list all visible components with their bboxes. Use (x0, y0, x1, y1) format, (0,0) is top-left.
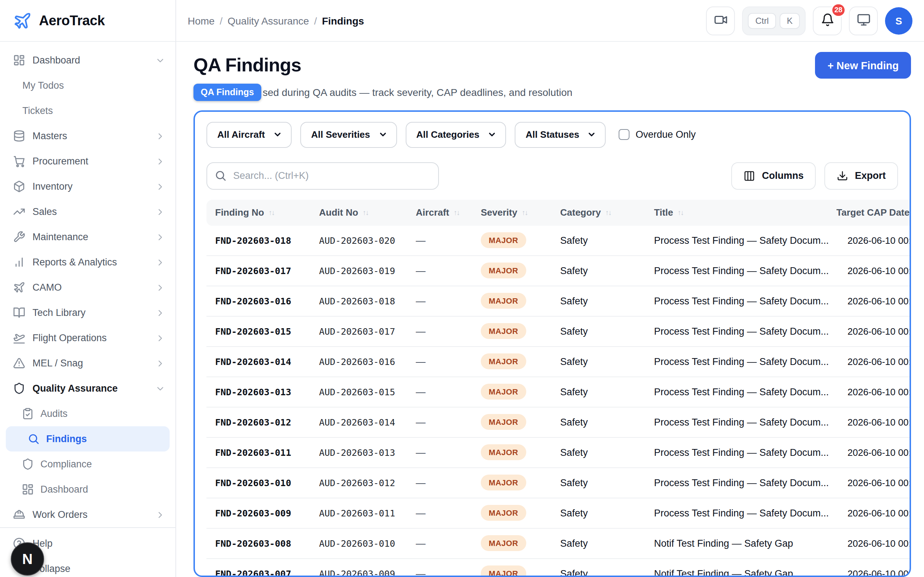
sidebar-item-reports-analytics[interactable]: Reports & Analytics (0, 250, 175, 275)
database-icon (13, 130, 25, 142)
sidebar-item-mel-snag[interactable]: MEL / Snag (0, 351, 175, 376)
cell-title: Process Test Finding — Safety Docum... (645, 295, 839, 306)
cell-title: Process Test Finding — Safety Docum... (645, 508, 839, 518)
column-header-aircraft[interactable]: Aircraft ↑↓ (407, 207, 472, 218)
sidebar-item-compliance[interactable]: Compliance (0, 451, 175, 477)
sidebar-item-quality-assurance[interactable]: Quality Assurance (0, 376, 175, 401)
overdue-checkbox-label: Overdue Only (636, 129, 696, 140)
column-header-severity[interactable]: Severity ↑↓ (472, 207, 551, 218)
sidebar-item-dashboard[interactable]: Dashboard (0, 477, 175, 502)
column-header-title[interactable]: Title ↑↓ (645, 207, 839, 218)
user-avatar[interactable]: S (885, 7, 913, 34)
topbar-actions: Ctrl K 28 S (706, 6, 913, 35)
filter-select-value: All Categories (416, 129, 479, 140)
cell-target-cap-date: 2026-06-10 00:00 (839, 568, 911, 577)
chevron-right-icon (155, 358, 165, 368)
sidebar-item-dashboard[interactable]: Dashboard (0, 48, 175, 73)
cell-aircraft: — (407, 477, 472, 488)
cell-aircraft: — (407, 235, 472, 246)
cell-finding-no: FND-202603-010 (207, 477, 310, 488)
video-button[interactable] (706, 6, 735, 35)
filter-select-all-severities[interactable]: All Severities (300, 121, 397, 148)
sidebar-item-tickets[interactable]: Tickets (0, 98, 175, 123)
column-header-category[interactable]: Category ↑↓ (551, 207, 645, 218)
cell-category: Safety (551, 235, 645, 246)
table-row[interactable]: FND-202603-014 AUD-202603-016 — MAJOR Sa… (207, 347, 911, 377)
table-row[interactable]: FND-202603-009 AUD-202603-011 — MAJOR Sa… (207, 498, 911, 528)
sidebar-item-findings[interactable]: Findings (6, 426, 170, 451)
sidebar-item-tech-library[interactable]: Tech Library (0, 300, 175, 325)
filter-select-value: All Severities (311, 129, 370, 140)
table-row[interactable]: FND-202603-017 AUD-202603-019 — MAJOR Sa… (207, 256, 911, 286)
hard-hat-icon (13, 508, 25, 521)
filter-select-all-categories[interactable]: All Categories (405, 121, 506, 148)
sidebar-item-work-orders[interactable]: Work Orders (0, 502, 175, 527)
column-header-finding-no[interactable]: Finding No ↑↓ (207, 207, 310, 218)
sidebar-item-procurement[interactable]: Procurement (0, 148, 175, 174)
sidebar-item-flight-operations[interactable]: Flight Operations (0, 325, 175, 351)
table-row[interactable]: FND-202603-016 AUD-202603-018 — MAJOR Sa… (207, 286, 911, 316)
cell-audit-no: AUD-202603-016 (310, 356, 407, 367)
overdue-only-checkbox-wrap[interactable]: Overdue Only (619, 129, 696, 140)
table-row[interactable]: FND-202603-015 AUD-202603-017 — MAJOR Sa… (207, 316, 911, 347)
search-input[interactable] (207, 162, 439, 189)
sidebar-item-label: Work Orders (32, 509, 148, 520)
sort-icon: ↑↓ (522, 208, 527, 216)
sidebar-item-label: Inventory (32, 181, 148, 192)
sidebar-item-masters[interactable]: Masters (0, 123, 175, 148)
severity-badge: MAJOR (481, 263, 526, 279)
logo[interactable]: AeroTrack (0, 0, 175, 42)
chevron-right-icon (155, 181, 165, 192)
column-header-audit-no[interactable]: Audit No ↑↓ (310, 207, 407, 218)
cell-title: Process Test Finding — Safety Docum... (645, 386, 839, 397)
overdue-checkbox[interactable] (619, 129, 630, 140)
notification-count-badge: 28 (831, 3, 846, 17)
cell-finding-no: FND-202603-008 (207, 538, 310, 548)
breadcrumb-home[interactable]: Home (188, 15, 215, 26)
cell-severity: MAJOR (472, 353, 551, 369)
chevron-right-icon (155, 282, 165, 292)
cell-aircraft: — (407, 265, 472, 276)
table-row[interactable]: FND-202603-008 AUD-202603-010 — MAJOR Sa… (207, 528, 911, 559)
sidebar-item-inventory[interactable]: Inventory (0, 174, 175, 199)
sidebar-item-my-todos[interactable]: My Todos (0, 73, 175, 98)
chevron-down-icon (155, 55, 165, 65)
cell-finding-no: FND-202603-017 (207, 265, 310, 276)
table-toolbar: Columns Export (207, 162, 909, 189)
cell-finding-no: FND-202603-015 (207, 326, 310, 337)
monitor-icon (856, 13, 870, 29)
command-palette-shortcut[interactable]: Ctrl K (743, 6, 806, 35)
filter-select-all-statuses[interactable]: All Statuses (515, 121, 606, 148)
sidebar-item-audits[interactable]: Audits (0, 401, 175, 426)
search-icon (27, 433, 40, 445)
trending-up-icon (13, 206, 25, 218)
table-row[interactable]: FND-202603-013 AUD-202603-015 — MAJOR Sa… (207, 377, 911, 407)
filter-select-all-aircraft[interactable]: All Aircraft (207, 121, 292, 148)
cell-audit-no: AUD-202603-011 (310, 508, 407, 518)
sidebar-item-label: Tickets (23, 105, 165, 116)
export-button[interactable]: Export (824, 162, 898, 189)
sidebar-item-maintenance[interactable]: Maintenance (0, 224, 175, 250)
dev-tools-badge[interactable]: N (11, 542, 44, 575)
sidebar-item-sales[interactable]: Sales (0, 199, 175, 224)
display-button[interactable] (849, 6, 878, 35)
notifications-button[interactable]: 28 (813, 6, 842, 35)
sidebar-item-label: CAMO (32, 282, 148, 293)
page-header: QA Findings + New Finding (194, 52, 911, 79)
table-row[interactable]: FND-202603-011 AUD-202603-013 — MAJOR Sa… (207, 437, 911, 468)
page-content: QA Findings + New Finding QA Findings se… (176, 42, 924, 577)
cell-aircraft: — (407, 326, 472, 337)
sidebar-item-camo[interactable]: CAMO (0, 275, 175, 300)
cell-audit-no: AUD-202603-012 (310, 477, 407, 488)
table-row[interactable]: FND-202603-007 AUD-202603-009 — MAJOR Sa… (207, 559, 911, 577)
filter-select-value: All Statuses (525, 129, 579, 140)
column-header-target-cap-date[interactable]: Target CAP Date ↑↓ (839, 207, 911, 218)
table-row[interactable]: FND-202603-012 AUD-202603-014 — MAJOR Sa… (207, 407, 911, 437)
new-finding-button[interactable]: + New Finding (815, 52, 911, 79)
breadcrumb-quality-assurance[interactable]: Quality Assurance (228, 15, 309, 26)
sort-icon: ↑↓ (454, 208, 459, 216)
cell-severity: MAJOR (472, 535, 551, 551)
table-row[interactable]: FND-202603-018 AUD-202603-020 — MAJOR Sa… (207, 226, 911, 256)
table-row[interactable]: FND-202603-010 AUD-202603-012 — MAJOR Sa… (207, 468, 911, 498)
columns-button[interactable]: Columns (732, 162, 816, 189)
